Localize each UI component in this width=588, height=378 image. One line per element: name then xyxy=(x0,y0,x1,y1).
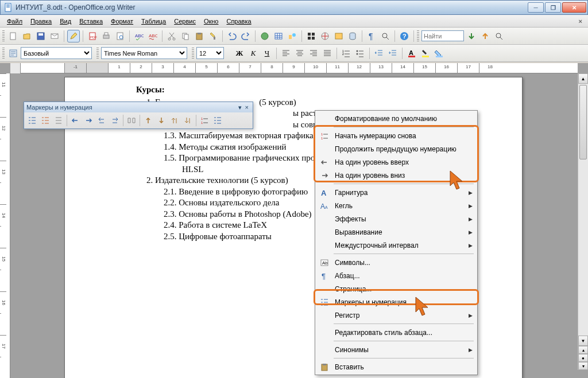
cm-page[interactable]: Страница... xyxy=(316,282,476,295)
cm-font[interactable]: A Гарнитура▶ xyxy=(316,186,476,199)
font-size-combo[interactable]: 12 xyxy=(196,47,224,59)
align-left-button[interactable] xyxy=(280,47,292,60)
find-toolbar-options[interactable] xyxy=(493,30,505,42)
undo-button[interactable] xyxy=(226,30,238,42)
arrow-left-button[interactable] xyxy=(69,114,82,127)
toolbar-grip[interactable] xyxy=(2,30,5,42)
nav-button[interactable]: ● xyxy=(578,354,588,362)
bullets-numbering-toolbar[interactable]: Маркеры и нумерация ▾ × 11 xyxy=(24,102,253,129)
find-button[interactable] xyxy=(305,30,318,42)
horizontal-ruler[interactable]: -1 1 2 3 4 5 6 7 8 9 10 11 12 13 14 15 1… xyxy=(10,63,578,73)
menu-edit[interactable]: Правка xyxy=(27,17,55,26)
align-justify-button[interactable] xyxy=(321,47,334,60)
export-pdf-button[interactable]: PDF xyxy=(86,30,99,42)
cm-continue-numbering[interactable]: Продолжить предыдущую нумерацию xyxy=(316,142,476,155)
scroll-thumb[interactable] xyxy=(579,85,587,159)
menu-insert[interactable]: Вставка xyxy=(76,17,106,26)
hyperlink-button[interactable] xyxy=(258,30,271,42)
zoom-button[interactable] xyxy=(379,30,392,42)
prev-page-button[interactable]: ▴ xyxy=(578,346,588,354)
menu-doc-close[interactable]: × xyxy=(577,18,585,25)
format-paintbrush-button[interactable] xyxy=(207,30,219,42)
save-button[interactable] xyxy=(34,30,47,42)
menu-format[interactable]: Формат xyxy=(107,17,137,26)
menu-table[interactable]: Таблица xyxy=(138,17,169,26)
cm-level-down[interactable]: На один уровень вниз xyxy=(316,169,476,182)
paragraph-style-combo[interactable]: Базовый xyxy=(21,47,92,59)
cm-synonyms[interactable]: Синонимы▶ xyxy=(316,343,476,356)
cm-effects[interactable]: Эффекты▶ xyxy=(316,212,476,225)
paste-button[interactable] xyxy=(193,30,206,42)
bullets-button[interactable] xyxy=(354,47,366,60)
show-draw-button[interactable] xyxy=(286,30,299,42)
list-demote-button[interactable] xyxy=(26,114,38,127)
scroll-up-button[interactable]: ▲ xyxy=(578,73,588,84)
quick-find-input[interactable] xyxy=(421,30,464,41)
cut-button[interactable] xyxy=(165,30,178,42)
sub-right-button[interactable] xyxy=(109,114,121,127)
email-button[interactable] xyxy=(48,30,61,42)
insert-unnumbered-button[interactable] xyxy=(125,114,138,127)
cm-case[interactable]: Регистр▶ xyxy=(316,309,476,322)
cm-paragraph[interactable]: ¶ Абзац... xyxy=(316,269,476,282)
sub-left-button[interactable] xyxy=(95,114,108,127)
move-up-button[interactable] xyxy=(142,114,154,127)
minimize-button[interactable]: ─ xyxy=(528,2,544,13)
menu-file[interactable]: Файл xyxy=(3,17,26,26)
menu-tools[interactable]: Сервис xyxy=(171,17,199,26)
vertical-scrollbar[interactable]: ▲ ▼ ▴ ● ▾ xyxy=(578,73,588,370)
vertical-ruler[interactable]: 11 12 13 14 15 16 17 xyxy=(0,73,10,378)
find-next-button[interactable] xyxy=(465,30,478,42)
align-center-button[interactable] xyxy=(293,47,306,60)
menu-help[interactable]: Справка xyxy=(223,17,254,26)
float-toolbar-title[interactable]: Маркеры и нумерация ▾ × xyxy=(24,102,253,112)
numbering-button[interactable]: 12 xyxy=(340,47,353,60)
toolbar-grip-3[interactable] xyxy=(2,48,5,59)
move-up-sub-button[interactable] xyxy=(168,114,181,127)
cm-paste[interactable]: Вставить xyxy=(316,360,476,373)
scroll-down-button[interactable]: ▼ xyxy=(578,336,588,346)
list-none-button[interactable] xyxy=(52,114,65,127)
highlight-button[interactable] xyxy=(419,47,432,60)
autospell-button[interactable]: ABC xyxy=(146,30,159,42)
gallery-button[interactable] xyxy=(332,30,345,42)
float-toolbar-pin[interactable]: ▾ xyxy=(237,104,243,111)
move-down-sub-button[interactable] xyxy=(181,114,194,127)
toolbar-grip-4[interactable] xyxy=(96,48,99,59)
cm-size[interactable]: AA Кегль▶ xyxy=(316,199,476,212)
italic-button[interactable]: К xyxy=(247,47,260,60)
cm-bullets[interactable]: Маркеры и нумерация... xyxy=(316,295,476,309)
cm-line-spacing[interactable]: Междустрочный интервал▶ xyxy=(316,239,476,252)
cm-alignment[interactable]: Выравнивание▶ xyxy=(316,225,476,239)
navigator-button[interactable] xyxy=(319,30,331,42)
increase-indent-button[interactable] xyxy=(386,47,399,60)
cm-character[interactable]: Ab Символы... xyxy=(316,256,476,269)
close-button[interactable]: ✕ xyxy=(562,2,586,13)
font-color-button[interactable]: A xyxy=(405,47,418,60)
find-prev-button[interactable] xyxy=(479,30,492,42)
float-toolbar-close[interactable]: × xyxy=(243,104,250,111)
restart-numbering-button[interactable]: 11 xyxy=(198,114,211,127)
menu-window[interactable]: Окно xyxy=(200,17,222,26)
help-button[interactable]: ? xyxy=(398,30,411,42)
list-promote-button[interactable] xyxy=(39,114,52,127)
print-button[interactable] xyxy=(100,30,113,42)
toolbar-grip-2[interactable] xyxy=(417,30,419,42)
datasources-button[interactable] xyxy=(346,30,359,42)
cm-default-formatting[interactable]: Форматирование по умолчанию xyxy=(316,112,476,125)
underline-button[interactable]: Ч xyxy=(261,47,273,60)
align-right-button[interactable] xyxy=(307,47,320,60)
copy-button[interactable] xyxy=(179,30,192,42)
nonprinting-button[interactable]: ¶ xyxy=(365,30,378,42)
cm-level-up[interactable]: На один уровень вверх xyxy=(316,155,476,169)
font-name-combo[interactable]: Times New Roman xyxy=(101,47,187,59)
decrease-indent-button[interactable] xyxy=(373,47,385,60)
edit-button[interactable] xyxy=(67,30,80,42)
maximize-button[interactable]: ❐ xyxy=(545,2,561,13)
redo-button[interactable] xyxy=(239,30,252,42)
cm-edit-style[interactable]: Редактировать стиль абзаца... xyxy=(316,326,476,339)
table-button[interactable] xyxy=(272,30,285,42)
arrow-right-button[interactable] xyxy=(82,114,95,127)
cm-restart-numbering[interactable]: 11 Начать нумерацию снова xyxy=(316,129,476,142)
move-down-button[interactable] xyxy=(155,114,168,127)
